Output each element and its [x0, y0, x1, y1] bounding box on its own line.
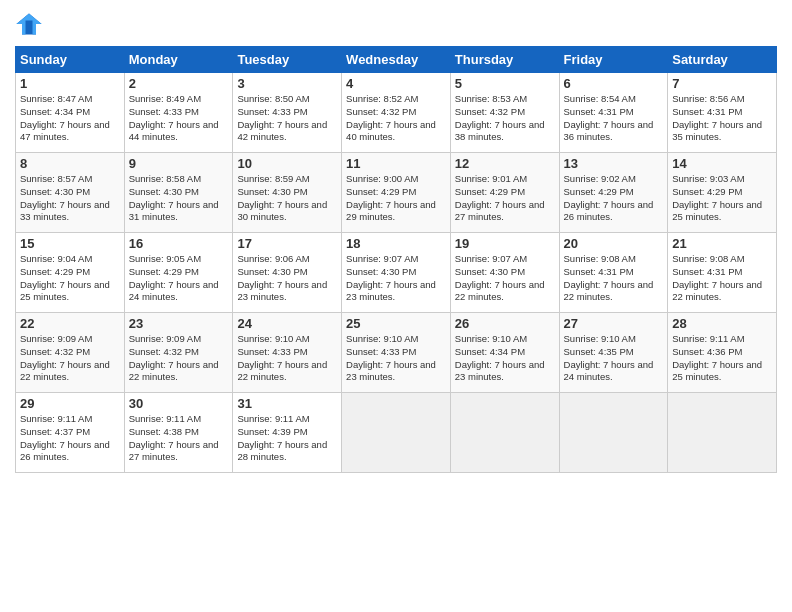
calendar-cell: 18Sunrise: 9:07 AMSunset: 4:30 PMDayligh…	[342, 233, 451, 313]
day-info: Sunrise: 9:01 AMSunset: 4:29 PMDaylight:…	[455, 173, 555, 224]
calendar-cell: 1Sunrise: 8:47 AMSunset: 4:34 PMDaylight…	[16, 73, 125, 153]
calendar-cell: 15Sunrise: 9:04 AMSunset: 4:29 PMDayligh…	[16, 233, 125, 313]
day-info: Sunrise: 9:10 AMSunset: 4:35 PMDaylight:…	[564, 333, 664, 384]
day-info: Sunrise: 9:07 AMSunset: 4:30 PMDaylight:…	[346, 253, 446, 304]
calendar-cell: 4Sunrise: 8:52 AMSunset: 4:32 PMDaylight…	[342, 73, 451, 153]
day-info: Sunrise: 9:02 AMSunset: 4:29 PMDaylight:…	[564, 173, 664, 224]
calendar-cell: 30Sunrise: 9:11 AMSunset: 4:38 PMDayligh…	[124, 393, 233, 473]
calendar-week-2: 8Sunrise: 8:57 AMSunset: 4:30 PMDaylight…	[16, 153, 777, 233]
calendar-cell: 28Sunrise: 9:11 AMSunset: 4:36 PMDayligh…	[668, 313, 777, 393]
day-info: Sunrise: 9:09 AMSunset: 4:32 PMDaylight:…	[129, 333, 229, 384]
day-number: 27	[564, 316, 664, 331]
day-info: Sunrise: 9:11 AMSunset: 4:39 PMDaylight:…	[237, 413, 337, 464]
day-info: Sunrise: 8:53 AMSunset: 4:32 PMDaylight:…	[455, 93, 555, 144]
day-number: 16	[129, 236, 229, 251]
day-number: 15	[20, 236, 120, 251]
logo-icon	[15, 10, 43, 38]
day-info: Sunrise: 9:10 AMSunset: 4:33 PMDaylight:…	[237, 333, 337, 384]
calendar-cell: 20Sunrise: 9:08 AMSunset: 4:31 PMDayligh…	[559, 233, 668, 313]
day-number: 29	[20, 396, 120, 411]
day-number: 31	[237, 396, 337, 411]
calendar-cell: 27Sunrise: 9:10 AMSunset: 4:35 PMDayligh…	[559, 313, 668, 393]
day-number: 1	[20, 76, 120, 91]
day-number: 30	[129, 396, 229, 411]
day-info: Sunrise: 9:11 AMSunset: 4:36 PMDaylight:…	[672, 333, 772, 384]
calendar-cell: 10Sunrise: 8:59 AMSunset: 4:30 PMDayligh…	[233, 153, 342, 233]
calendar-cell: 31Sunrise: 9:11 AMSunset: 4:39 PMDayligh…	[233, 393, 342, 473]
calendar-cell: 26Sunrise: 9:10 AMSunset: 4:34 PMDayligh…	[450, 313, 559, 393]
day-info: Sunrise: 8:49 AMSunset: 4:33 PMDaylight:…	[129, 93, 229, 144]
page-header	[15, 10, 777, 38]
day-header-thursday: Thursday	[450, 47, 559, 73]
day-number: 18	[346, 236, 446, 251]
day-info: Sunrise: 8:47 AMSunset: 4:34 PMDaylight:…	[20, 93, 120, 144]
day-info: Sunrise: 9:00 AMSunset: 4:29 PMDaylight:…	[346, 173, 446, 224]
calendar-cell	[668, 393, 777, 473]
day-number: 2	[129, 76, 229, 91]
calendar-body: 1Sunrise: 8:47 AMSunset: 4:34 PMDaylight…	[16, 73, 777, 473]
day-number: 11	[346, 156, 446, 171]
day-info: Sunrise: 8:57 AMSunset: 4:30 PMDaylight:…	[20, 173, 120, 224]
day-header-sunday: Sunday	[16, 47, 125, 73]
day-header-wednesday: Wednesday	[342, 47, 451, 73]
day-number: 3	[237, 76, 337, 91]
day-info: Sunrise: 9:10 AMSunset: 4:34 PMDaylight:…	[455, 333, 555, 384]
day-number: 7	[672, 76, 772, 91]
day-number: 17	[237, 236, 337, 251]
day-number: 4	[346, 76, 446, 91]
calendar-cell	[559, 393, 668, 473]
day-info: Sunrise: 9:10 AMSunset: 4:33 PMDaylight:…	[346, 333, 446, 384]
day-info: Sunrise: 8:50 AMSunset: 4:33 PMDaylight:…	[237, 93, 337, 144]
day-info: Sunrise: 8:59 AMSunset: 4:30 PMDaylight:…	[237, 173, 337, 224]
page-container: SundayMondayTuesdayWednesdayThursdayFrid…	[0, 0, 792, 483]
day-number: 13	[564, 156, 664, 171]
calendar-cell: 6Sunrise: 8:54 AMSunset: 4:31 PMDaylight…	[559, 73, 668, 153]
day-header-saturday: Saturday	[668, 47, 777, 73]
day-number: 12	[455, 156, 555, 171]
day-info: Sunrise: 8:52 AMSunset: 4:32 PMDaylight:…	[346, 93, 446, 144]
calendar-cell: 22Sunrise: 9:09 AMSunset: 4:32 PMDayligh…	[16, 313, 125, 393]
calendar-cell: 8Sunrise: 8:57 AMSunset: 4:30 PMDaylight…	[16, 153, 125, 233]
calendar-cell: 13Sunrise: 9:02 AMSunset: 4:29 PMDayligh…	[559, 153, 668, 233]
day-info: Sunrise: 9:09 AMSunset: 4:32 PMDaylight:…	[20, 333, 120, 384]
day-number: 28	[672, 316, 772, 331]
day-number: 5	[455, 76, 555, 91]
day-header-friday: Friday	[559, 47, 668, 73]
day-info: Sunrise: 8:58 AMSunset: 4:30 PMDaylight:…	[129, 173, 229, 224]
calendar-cell: 5Sunrise: 8:53 AMSunset: 4:32 PMDaylight…	[450, 73, 559, 153]
calendar-week-3: 15Sunrise: 9:04 AMSunset: 4:29 PMDayligh…	[16, 233, 777, 313]
day-info: Sunrise: 8:54 AMSunset: 4:31 PMDaylight:…	[564, 93, 664, 144]
calendar-cell: 11Sunrise: 9:00 AMSunset: 4:29 PMDayligh…	[342, 153, 451, 233]
calendar-cell: 12Sunrise: 9:01 AMSunset: 4:29 PMDayligh…	[450, 153, 559, 233]
day-number: 9	[129, 156, 229, 171]
day-info: Sunrise: 9:11 AMSunset: 4:38 PMDaylight:…	[129, 413, 229, 464]
calendar-week-1: 1Sunrise: 8:47 AMSunset: 4:34 PMDaylight…	[16, 73, 777, 153]
day-info: Sunrise: 9:03 AMSunset: 4:29 PMDaylight:…	[672, 173, 772, 224]
day-number: 21	[672, 236, 772, 251]
calendar-cell: 16Sunrise: 9:05 AMSunset: 4:29 PMDayligh…	[124, 233, 233, 313]
day-number: 8	[20, 156, 120, 171]
day-info: Sunrise: 9:08 AMSunset: 4:31 PMDaylight:…	[672, 253, 772, 304]
calendar-cell: 2Sunrise: 8:49 AMSunset: 4:33 PMDaylight…	[124, 73, 233, 153]
day-info: Sunrise: 9:04 AMSunset: 4:29 PMDaylight:…	[20, 253, 120, 304]
day-number: 25	[346, 316, 446, 331]
day-number: 23	[129, 316, 229, 331]
day-info: Sunrise: 8:56 AMSunset: 4:31 PMDaylight:…	[672, 93, 772, 144]
logo	[15, 10, 45, 38]
calendar-table: SundayMondayTuesdayWednesdayThursdayFrid…	[15, 46, 777, 473]
day-number: 26	[455, 316, 555, 331]
day-number: 10	[237, 156, 337, 171]
calendar-cell: 9Sunrise: 8:58 AMSunset: 4:30 PMDaylight…	[124, 153, 233, 233]
calendar-cell: 14Sunrise: 9:03 AMSunset: 4:29 PMDayligh…	[668, 153, 777, 233]
calendar-cell	[450, 393, 559, 473]
calendar-week-5: 29Sunrise: 9:11 AMSunset: 4:37 PMDayligh…	[16, 393, 777, 473]
day-info: Sunrise: 9:06 AMSunset: 4:30 PMDaylight:…	[237, 253, 337, 304]
calendar-cell: 3Sunrise: 8:50 AMSunset: 4:33 PMDaylight…	[233, 73, 342, 153]
day-number: 22	[20, 316, 120, 331]
day-info: Sunrise: 9:05 AMSunset: 4:29 PMDaylight:…	[129, 253, 229, 304]
day-number: 20	[564, 236, 664, 251]
day-header-tuesday: Tuesday	[233, 47, 342, 73]
day-header-monday: Monday	[124, 47, 233, 73]
day-number: 24	[237, 316, 337, 331]
calendar-header: SundayMondayTuesdayWednesdayThursdayFrid…	[16, 47, 777, 73]
